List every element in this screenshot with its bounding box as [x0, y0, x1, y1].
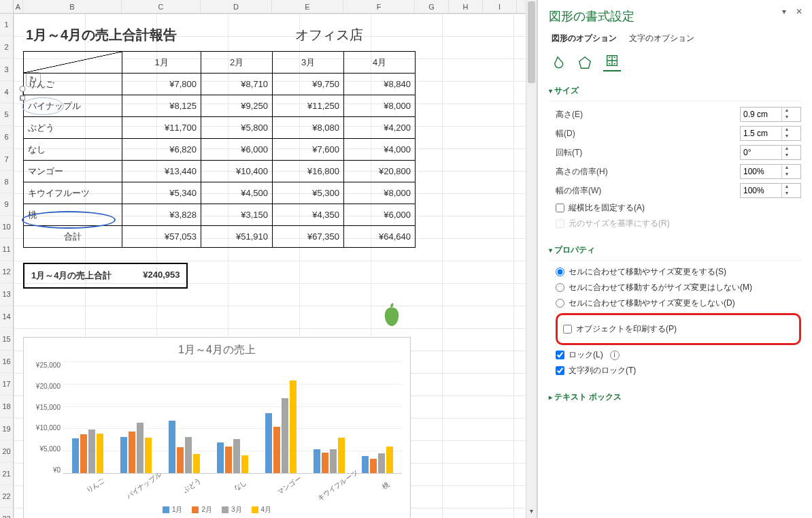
row-header[interactable]: 9 — [0, 193, 13, 216]
radio-move-size-with-cells[interactable]: セルに合わせて移動やサイズ変更をする(S) — [556, 266, 801, 278]
col-header-F[interactable]: F — [343, 0, 415, 13]
table-cell[interactable]: ¥8,080 — [273, 117, 344, 139]
row-header[interactable]: 21 — [0, 463, 13, 485]
table-cell[interactable]: ¥6,820 — [122, 139, 201, 161]
table-total-label[interactable]: 合計 — [24, 226, 122, 248]
table-cell[interactable]: ¥8,000 — [344, 182, 416, 204]
checkbox-lock[interactable]: ロック(L) i — [556, 349, 801, 361]
bar[interactable] — [314, 449, 320, 473]
table-cell[interactable]: ¥9,750 — [273, 74, 344, 95]
checkbox-print-object[interactable]: オブジェクトを印刷する(P) — [563, 323, 794, 335]
row-header[interactable]: 5 — [0, 103, 13, 126]
blue-oval-shape[interactable] — [22, 211, 116, 229]
table-cell[interactable]: ¥4,350 — [273, 204, 344, 226]
radio-move-no-size[interactable]: セルに合わせて移動するがサイズ変更はしない(M) — [556, 282, 801, 293]
row-header[interactable]: 23 — [0, 508, 13, 518]
row-header[interactable]: 22 — [0, 485, 13, 508]
table-total-cell[interactable]: ¥64,640 — [344, 226, 416, 248]
checkbox-lock-text[interactable]: 文字列のロック(T) — [556, 365, 801, 376]
tab-shape-options[interactable]: 図形のオプション — [549, 31, 620, 46]
table-cell[interactable]: ¥16,800 — [273, 161, 344, 182]
row-header[interactable]: 11 — [0, 238, 13, 261]
bar[interactable] — [273, 427, 280, 473]
row-header[interactable]: 15 — [0, 328, 13, 351]
section-properties-header[interactable]: プロパティ — [549, 240, 801, 260]
sheet-scrollbar-vertical[interactable]: ▴ ▾ — [526, 0, 537, 518]
section-size-header[interactable]: サイズ — [549, 81, 801, 101]
table-item-name[interactable]: なし — [24, 139, 122, 161]
bar[interactable] — [217, 442, 224, 473]
col-header-D[interactable]: D — [201, 0, 272, 13]
table-header-month[interactable]: 4月 — [344, 52, 416, 74]
table-item-name[interactable]: マンゴー — [24, 161, 122, 182]
row-header[interactable]: 20 — [0, 440, 13, 463]
bar[interactable] — [72, 438, 79, 473]
row-header[interactable]: 12 — [0, 261, 13, 283]
table-cell[interactable]: ¥10,400 — [201, 161, 273, 182]
table-cell[interactable]: ¥8,840 — [344, 74, 416, 95]
bar[interactable] — [225, 447, 232, 473]
section-textbox-header[interactable]: テキスト ボックス — [549, 387, 801, 407]
scroll-down-arrow[interactable]: ▾ — [526, 507, 537, 518]
bar[interactable] — [177, 447, 184, 473]
input-height[interactable]: ▴▾ — [740, 107, 801, 122]
size-properties-icon[interactable] — [603, 54, 621, 71]
input-scale-height[interactable]: ▴▾ — [740, 164, 801, 179]
table-item-name[interactable]: ぶどう — [24, 117, 122, 139]
table-cell[interactable]: ¥5,340 — [122, 182, 201, 204]
resize-handle[interactable] — [20, 96, 25, 101]
pane-close-icon[interactable]: ✕ — [796, 7, 802, 16]
row-header[interactable]: 17 — [0, 373, 13, 395]
row-header[interactable]: 4 — [0, 81, 13, 103]
table-header-month[interactable]: 2月 — [201, 52, 273, 74]
table-cell[interactable]: ¥6,000 — [344, 204, 416, 226]
table-cell[interactable]: ¥9,250 — [201, 95, 273, 117]
col-header-C[interactable]: C — [122, 0, 201, 13]
table-total-cell[interactable]: ¥57,053 — [122, 226, 201, 248]
col-header-I[interactable]: I — [483, 0, 517, 13]
row-header[interactable]: 10 — [0, 216, 13, 238]
row-header[interactable]: 19 — [0, 418, 13, 440]
bar[interactable] — [129, 432, 135, 473]
bar[interactable] — [185, 437, 192, 473]
table-cell[interactable]: ¥8,000 — [344, 95, 416, 117]
effects-icon[interactable] — [576, 54, 594, 71]
cell-grid[interactable]: 1月～4月の売上合計報告 オフィス店 ↻ 1月 2月 3月 4月 りんご¥7,8… — [14, 14, 537, 518]
col-header-A[interactable]: A — [14, 0, 23, 13]
table-cell[interactable]: ¥4,500 — [201, 182, 273, 204]
pane-menu-icon[interactable]: ▾ — [782, 7, 786, 16]
bar[interactable] — [120, 437, 127, 473]
row-header[interactable]: 7 — [0, 148, 13, 171]
table-header-month[interactable]: 3月 — [273, 52, 344, 74]
table-item-name[interactable]: キウイフルーツ — [24, 182, 122, 204]
table-cell[interactable]: ¥7,800 — [122, 74, 201, 95]
fill-line-icon[interactable] — [549, 54, 566, 71]
legend-item[interactable]: 2月 — [192, 505, 212, 515]
input-rotation[interactable]: ▴▾ — [740, 145, 801, 160]
table-cell[interactable]: ¥4,000 — [344, 139, 416, 161]
table-cell[interactable]: ¥11,250 — [273, 95, 344, 117]
selected-oval-shape[interactable] — [22, 97, 64, 115]
bar[interactable] — [137, 423, 143, 473]
table-cell[interactable]: ¥3,150 — [201, 204, 273, 226]
row-header[interactable]: 16 — [0, 351, 13, 373]
table-cell[interactable]: ¥11,700 — [122, 117, 201, 139]
bar[interactable] — [169, 421, 175, 473]
bar[interactable] — [322, 453, 328, 473]
row-header[interactable]: 2 — [0, 36, 13, 59]
bar[interactable] — [88, 430, 95, 473]
bar[interactable] — [362, 456, 369, 473]
table-cell[interactable]: ¥5,800 — [201, 117, 273, 139]
bar[interactable] — [290, 381, 297, 473]
col-header-B[interactable]: B — [23, 0, 122, 13]
table-corner-cell[interactable] — [24, 52, 122, 74]
tab-text-options[interactable]: 文字のオプション — [626, 31, 697, 46]
table-cell[interactable]: ¥13,440 — [122, 161, 201, 182]
row-header[interactable]: 18 — [0, 395, 13, 418]
row-header[interactable]: 3 — [0, 59, 13, 81]
rotate-handle[interactable] — [20, 86, 26, 92]
select-all-corner[interactable] — [0, 0, 14, 13]
table-cell[interactable]: ¥8,710 — [201, 74, 273, 95]
input-scale-width[interactable]: ▴▾ — [740, 183, 801, 198]
row-header[interactable]: 1 — [0, 14, 13, 36]
